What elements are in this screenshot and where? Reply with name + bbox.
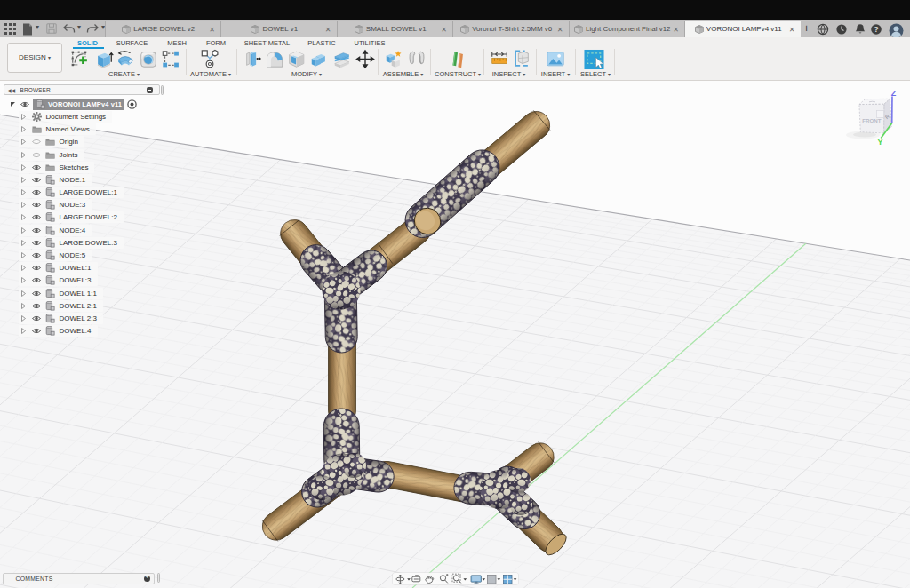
svg-text:?: ? <box>874 25 879 34</box>
svg-text:FRONT: FRONT <box>862 117 882 123</box>
svg-text:Y: Y <box>877 138 882 147</box>
svg-text:Z: Z <box>891 89 897 98</box>
